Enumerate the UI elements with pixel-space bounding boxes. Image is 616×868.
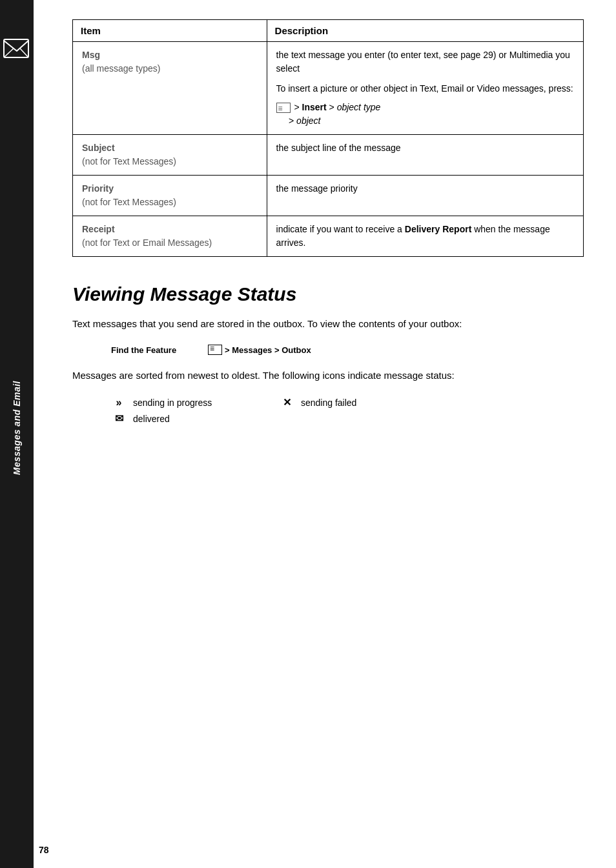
delivered-icon: ✉ (111, 412, 127, 425)
item-label-receipt: Receipt (82, 224, 115, 234)
desc-subject: the subject line of the message (276, 143, 401, 153)
desc-receipt-pre: indicate if you want to receive a (276, 224, 405, 234)
icon-item-delivered: ✉ delivered (111, 412, 279, 425)
svg-rect-0 (4, 39, 28, 57)
item-sub-msg: (all message types) (82, 63, 160, 74)
section-heading: Viewing Message Status (72, 283, 584, 306)
find-feature-path: > Messages > Outbox (208, 345, 311, 355)
icon-item-sending: » sending in progress (111, 396, 279, 409)
item-label-subject: Subject (82, 143, 115, 153)
icons-list: » sending in progress ✕ sending failed ✉… (111, 396, 584, 425)
main-content: Item Description Msg (all message types)… (34, 0, 616, 457)
section-body2: Messages are sorted from newest to oldes… (72, 368, 584, 383)
svg-line-2 (20, 48, 28, 57)
table-row: Receipt (not for Text or Email Messages)… (73, 216, 584, 257)
item-cell-priority: Priority (not for Text Messages) (73, 176, 267, 216)
item-label-msg: Msg (82, 50, 100, 60)
desc-msg-p3: > Insert > object type > object (276, 101, 574, 128)
menu-icon-sm (208, 345, 222, 355)
sending-progress-icon: » (111, 397, 127, 409)
item-cell-msg: Msg (all message types) (73, 42, 267, 135)
table-row: Subject (not for Text Messages) the subj… (73, 135, 584, 176)
desc-receipt-bold: Delivery Report (405, 224, 471, 234)
item-sub-receipt: (not for Text or Email Messages) (82, 237, 212, 248)
desc-priority: the message priority (276, 183, 358, 194)
col-header-description: Description (267, 20, 583, 42)
desc-msg-p1: the text message you enter (to enter tex… (276, 48, 574, 76)
svg-line-1 (4, 48, 14, 57)
desc-cell-msg: the text message you enter (to enter tex… (267, 42, 583, 135)
icon-label-failed: sending failed (301, 398, 356, 408)
icon-label-delivered: delivered (133, 414, 170, 424)
find-feature-label: Find the Feature (111, 345, 208, 355)
menu-icon (276, 103, 291, 113)
table-row: Msg (all message types) the text message… (73, 42, 584, 135)
icon-label-sending: sending in progress (133, 398, 212, 408)
desc-cell-subject: the subject line of the message (267, 135, 583, 176)
sending-failed-icon: ✕ (279, 396, 294, 409)
find-feature-row: Find the Feature > Messages > Outbox (111, 345, 584, 355)
sidebar: Messages and Email (0, 0, 34, 868)
item-sub-priority: (not for Text Messages) (82, 197, 176, 207)
table-row: Priority (not for Text Messages) the mes… (73, 176, 584, 216)
envelope-icon (3, 35, 30, 62)
desc-cell-receipt: indicate if you want to receive a Delive… (267, 216, 583, 257)
item-cell-subject: Subject (not for Text Messages) (73, 135, 267, 176)
data-table: Item Description Msg (all message types)… (72, 19, 584, 257)
section-intro: Text messages that you send are stored i… (72, 316, 584, 332)
icon-item-failed: ✕ sending failed (279, 396, 447, 409)
item-label-priority: Priority (82, 183, 114, 194)
sidebar-label: Messages and Email (12, 381, 22, 475)
item-cell-receipt: Receipt (not for Text or Email Messages) (73, 216, 267, 257)
page-number: 78 (39, 845, 49, 855)
item-sub-subject: (not for Text Messages) (82, 156, 176, 167)
col-header-item: Item (73, 20, 267, 42)
desc-msg-p2: To insert a picture or other object in T… (276, 82, 574, 96)
find-feature-path-text: > Messages > Outbox (225, 345, 311, 355)
desc-cell-priority: the message priority (267, 176, 583, 216)
